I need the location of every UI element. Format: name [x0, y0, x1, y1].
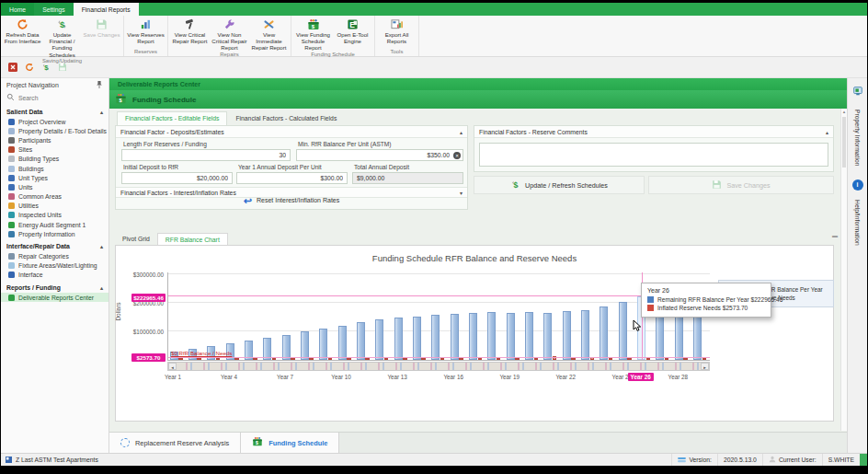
needs-bar-12[interactable]	[384, 358, 389, 360]
needs-bar-11[interactable]	[365, 358, 370, 360]
bar-year-14[interactable]	[413, 317, 421, 360]
view-funding-schedule-report-button[interactable]: $View Funding Schedule Report	[293, 16, 333, 52]
needs-bar-18[interactable]	[497, 358, 501, 360]
sidebar-search[interactable]	[1, 91, 108, 104]
view-immediate-repair-report-button[interactable]: View Immediate Repair Report	[249, 16, 289, 52]
tab-pivot-grid[interactable]: Pivot Grid	[115, 233, 157, 246]
save-icon[interactable]	[57, 63, 67, 73]
save-changes-button[interactable]: Save Changes	[82, 16, 121, 58]
view-reserves-report-button[interactable]: View Reserves Report	[126, 16, 166, 49]
chart-h-scrollbar[interactable]: ◂ ▸	[167, 362, 710, 371]
sidebar-item-units[interactable]: Units	[1, 182, 108, 191]
export-all-reports-button[interactable]: Export All Reports	[377, 16, 417, 49]
collapse-arrow-icon[interactable]: ▴	[460, 129, 463, 135]
tab-financial-factors-calculated[interactable]: Financial Factors - Calculated Fields	[227, 111, 345, 125]
tab-funding-schedule[interactable]: $ Funding Schedule	[241, 433, 339, 453]
open-e-tool-engine-button[interactable]: EOpen E-Tool Engine	[333, 16, 372, 52]
vertical-scrollbar[interactable]: ▴	[840, 109, 847, 431]
sidebar-item-sites[interactable]: Sites	[1, 145, 108, 155]
sidebar-item-project-overview[interactable]: Project Overview	[1, 117, 108, 126]
sidebar-item-interface[interactable]: Interface	[1, 271, 108, 280]
bar-year-9[interactable]	[319, 329, 327, 360]
sidebar-item-property-details-e-tool-details[interactable]: Property Details / E-Tool Details	[1, 126, 108, 135]
length-reserves-input[interactable]	[121, 149, 291, 161]
needs-bar-7[interactable]	[291, 358, 295, 360]
needs-bar-16[interactable]	[459, 358, 463, 360]
refresh-icon[interactable]	[24, 63, 34, 73]
ribbon-tab-home[interactable]: Home	[1, 3, 34, 16]
sidebar-item-unit-types[interactable]: Unit Types	[1, 173, 108, 182]
close-icon[interactable]	[7, 63, 17, 73]
needs-bar-26[interactable]	[646, 358, 651, 360]
scroll-right-icon[interactable]: ▸	[701, 363, 709, 370]
scrollbar-thumb[interactable]	[842, 117, 846, 168]
bar-year-19[interactable]	[507, 313, 515, 360]
needs-bar-1[interactable]	[178, 358, 183, 360]
help-icon[interactable]: i	[852, 179, 863, 191]
collapse-arrow-icon[interactable]: ▴	[826, 129, 828, 135]
needs-bar-6[interactable]	[272, 358, 277, 360]
needs-bar-4[interactable]	[234, 358, 239, 360]
bar-year-16[interactable]	[451, 314, 459, 360]
nav-group-header[interactable]: Reports / Funding▴	[1, 283, 108, 293]
update-financial-funding-schedules-button[interactable]: $Update Financial / Funding Schedules	[42, 16, 82, 58]
bar-year-8[interactable]	[301, 331, 309, 360]
view-non-critical-repair-report-button[interactable]: View Non Critical Repair Report	[210, 16, 249, 52]
needs-bar-10[interactable]	[347, 358, 351, 360]
ribbon-tab-settings[interactable]: Settings	[34, 3, 74, 16]
bar-year-7[interactable]	[282, 335, 291, 360]
bar-year-10[interactable]	[338, 326, 347, 360]
min-rfr-input[interactable]	[296, 149, 463, 161]
needs-bar-28[interactable]	[683, 358, 688, 360]
save-changes-button[interactable]: Save Changes	[648, 176, 834, 194]
help-information-vertical-tab[interactable]: Help/Information	[854, 200, 861, 246]
needs-bar-9[interactable]	[328, 358, 333, 360]
document-tab-bar[interactable]: Deliverable Reports Center	[109, 78, 847, 90]
nav-group-header[interactable]: Salient Data▴	[1, 107, 108, 117]
property-information-icon[interactable]	[852, 84, 863, 100]
dollar-refresh-icon[interactable]: $	[40, 63, 51, 73]
nav-group-header[interactable]: Interface/Repair Data▴	[1, 241, 108, 251]
bar-year-25[interactable]	[619, 302, 627, 360]
needs-bar-17[interactable]	[478, 358, 483, 360]
needs-bar-25[interactable]	[627, 358, 632, 360]
sidebar-item-utilities[interactable]: Utilities	[1, 202, 108, 211]
collapse-chart-icon[interactable]: ▬	[832, 233, 838, 246]
sidebar-item-energy-audit-segment-1[interactable]: Energy Audit Segment 1	[1, 220, 108, 229]
sidebar-item-property-information[interactable]: Property Information	[1, 229, 108, 238]
needs-bar-19[interactable]	[515, 358, 520, 360]
plot-area[interactable]	[167, 272, 710, 361]
reserve-comments-input[interactable]	[479, 143, 828, 167]
tab-replacement-reserve-analysis[interactable]: Replacement Reserve Analysis	[109, 433, 241, 453]
bar-year-17[interactable]	[469, 313, 477, 360]
tab-rfr-balance-chart[interactable]: RFR Balance Chart	[157, 233, 228, 246]
update-refresh-schedules-button[interactable]: $ Update / Refresh Schedules	[474, 176, 645, 194]
pin-icon[interactable]	[96, 80, 103, 90]
sidebar-item-repair-categories[interactable]: Repair Categories	[1, 251, 108, 260]
bar-year-24[interactable]	[600, 306, 608, 360]
sidebar-item-common-areas[interactable]: Common Areas	[1, 192, 108, 202]
bar-year-13[interactable]	[394, 318, 403, 360]
ribbon-tab-financial-reports[interactable]: Financial Reports	[74, 3, 139, 16]
property-information-vertical-tab[interactable]: Property Information	[854, 110, 861, 167]
tab-financial-factors-editable[interactable]: Financial Factors - Editable Fields	[117, 111, 227, 125]
bar-year-12[interactable]	[375, 319, 383, 360]
bar-year-22[interactable]	[563, 311, 571, 360]
bar-year-11[interactable]	[357, 322, 365, 360]
needs-bar-5[interactable]	[253, 358, 257, 360]
needs-bar-2[interactable]	[197, 358, 201, 360]
scroll-left-icon[interactable]: ◂	[168, 363, 177, 370]
sidebar-item-fixture-areas-water-lighting[interactable]: Fixture Areas/Water/Lighting	[1, 261, 108, 271]
needs-bar-29[interactable]	[702, 358, 707, 360]
needs-bar-13[interactable]	[403, 358, 407, 360]
sidebar-item-buildings[interactable]: Buildings	[1, 164, 108, 173]
bar-year-23[interactable]	[581, 310, 589, 361]
needs-bar-14[interactable]	[421, 358, 426, 360]
bar-year-20[interactable]	[525, 312, 533, 360]
needs-bar-8[interactable]	[309, 358, 314, 360]
sidebar-item-participants[interactable]: Participants	[1, 135, 108, 145]
bar-year-18[interactable]	[487, 312, 496, 360]
initial-deposit-input[interactable]	[121, 172, 233, 184]
search-input[interactable]	[18, 95, 92, 101]
bar-year-21[interactable]	[543, 313, 552, 360]
